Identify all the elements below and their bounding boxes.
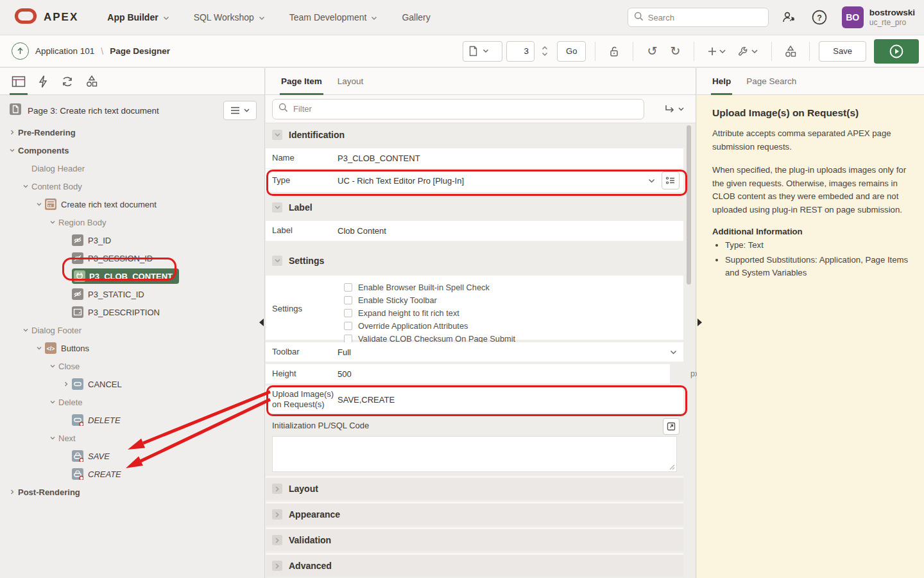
lock-button[interactable] — [604, 42, 624, 61]
tree-item-post-rendering[interactable]: Post-Rendering — [0, 483, 264, 501]
tree-menu-button[interactable] — [223, 101, 257, 120]
section-label[interactable]: Label — [266, 197, 683, 218]
admin-tools-button[interactable] — [778, 6, 800, 28]
breadcrumb-application[interactable]: Application 101 — [35, 46, 94, 56]
tree-item-p3-id[interactable]: P3_ID — [0, 231, 264, 249]
name-input[interactable] — [338, 148, 683, 168]
section-appearance[interactable]: Appearance — [266, 502, 683, 525]
section-validation[interactable]: Validation — [266, 527, 683, 551]
page-select-button[interactable] — [463, 41, 502, 62]
chevron-right-icon[interactable] — [272, 484, 282, 494]
label-input[interactable] — [338, 221, 683, 241]
checkbox-unchecked-icon[interactable] — [344, 283, 352, 292]
tree-item-content-body[interactable]: Content Body — [0, 177, 264, 195]
tree-item-region-body[interactable]: Region Body — [0, 213, 264, 231]
tree-item-dialog-footer[interactable]: Dialog Footer — [0, 321, 264, 339]
utilities-menu-button[interactable] — [734, 42, 762, 61]
chevron-down-icon[interactable] — [33, 201, 45, 207]
checkbox-enable-browser-built-in-spell-check[interactable]: Enable Browser Built-in Spell Check — [344, 281, 515, 293]
code-editor-button[interactable] — [663, 418, 680, 435]
tab-processing[interactable] — [55, 68, 80, 94]
tab-rendering[interactable] — [6, 68, 31, 94]
checkbox-unchecked-icon[interactable] — [344, 296, 352, 304]
global-search[interactable] — [628, 8, 769, 27]
checkbox-unchecked-icon[interactable] — [344, 309, 352, 317]
chevron-right-icon[interactable] — [6, 129, 18, 136]
chevron-down-icon[interactable] — [6, 147, 18, 153]
chevron-down-icon[interactable] — [272, 256, 282, 266]
init-plsql-textarea[interactable] — [272, 436, 677, 472]
section-settings[interactable]: Settings — [266, 250, 683, 272]
vertical-scrollbar[interactable] — [687, 125, 691, 285]
tree-item-delete[interactable]: Delete — [0, 393, 264, 411]
shared-components-button[interactable] — [781, 42, 800, 61]
toolbar-select[interactable]: Full — [338, 342, 683, 362]
chevron-right-icon[interactable] — [272, 509, 282, 520]
app-home-button[interactable] — [12, 42, 29, 60]
brand[interactable]: APEX — [0, 8, 95, 27]
tree-item-p3-session-id[interactable]: P3_SESSION_ID — [0, 249, 264, 267]
tab-dynamic-actions[interactable] — [31, 68, 55, 94]
redo-button[interactable]: ↻ — [665, 42, 685, 61]
goto-group-button[interactable] — [664, 104, 689, 114]
chevron-down-icon[interactable] — [47, 435, 58, 441]
tree-item-pre-rendering[interactable]: Pre-Rendering — [0, 123, 264, 141]
checkbox-override-application-attributes[interactable]: Override Application Attributes — [344, 319, 515, 332]
chevron-down-icon[interactable] — [272, 202, 282, 213]
tree-item-delete[interactable]: DELETE — [0, 411, 264, 429]
avatar[interactable]: BO — [842, 6, 864, 28]
tree-item-buttons[interactable]: </>Buttons — [0, 339, 264, 357]
chevron-right-icon[interactable] — [6, 489, 18, 495]
tree-item-dialog-header[interactable]: Dialog Header — [0, 159, 264, 177]
checkbox-unchecked-icon[interactable] — [344, 335, 352, 343]
upload-images-input[interactable] — [338, 386, 683, 413]
section-advanced[interactable]: Advanced — [266, 553, 683, 577]
checkbox-expand-height-to-fit-rich-text[interactable]: Expand height to fit rich text — [344, 306, 515, 319]
tree-item-p3-static-id[interactable]: P3_STATIC_ID — [0, 285, 264, 303]
page-number-field[interactable] — [506, 41, 535, 62]
chevron-right-icon[interactable] — [60, 381, 72, 387]
tab-page-item[interactable]: Page Item — [273, 68, 330, 94]
tree-item-cancel[interactable]: CANCEL — [0, 375, 264, 393]
chevron-right-icon[interactable] — [272, 561, 282, 571]
splitter-collapse-left[interactable] — [259, 319, 264, 326]
tab-page-shared-components[interactable] — [80, 68, 104, 94]
chevron-down-icon[interactable] — [20, 327, 31, 333]
tab-help[interactable]: Help — [705, 68, 739, 94]
chevron-down-icon[interactable] — [47, 219, 58, 225]
chevron-right-icon[interactable] — [272, 535, 282, 545]
nav-item-sql-workshop[interactable]: SQL Workshop — [182, 0, 277, 35]
chevron-down-icon[interactable] — [47, 399, 58, 405]
tree-item-close[interactable]: Close — [0, 357, 264, 375]
nav-item-team-development[interactable]: Team Development — [277, 0, 390, 35]
tree-item-create[interactable]: CREATE — [0, 465, 264, 483]
tree-item-p3-clob-content[interactable]: P3_CLOB_CONTENT — [0, 267, 264, 285]
section-identification[interactable]: Identification — [266, 124, 683, 146]
create-menu-button[interactable] — [703, 42, 730, 61]
chevron-down-icon[interactable] — [20, 183, 31, 189]
nav-item-app-builder[interactable]: App Builder — [95, 0, 181, 35]
chevron-down-icon[interactable] — [272, 130, 282, 140]
property-filter[interactable] — [272, 99, 644, 119]
checkbox-enable-sticky-toolbar[interactable]: Enable Sticky Toolbar — [344, 293, 515, 306]
tree-item-save[interactable]: SAVE — [0, 447, 264, 465]
tree-item-create-rich-text-document[interactable]: Create rich text document — [0, 195, 264, 213]
undo-button[interactable]: ↺ — [642, 42, 662, 61]
go-button[interactable]: Go — [557, 41, 586, 62]
component-list-button[interactable] — [662, 171, 680, 189]
chevron-down-icon[interactable] — [47, 363, 58, 369]
page-spinner[interactable] — [542, 46, 548, 56]
section-layout[interactable]: Layout — [266, 476, 683, 500]
tab-layout[interactable]: Layout — [330, 68, 372, 94]
search-input[interactable] — [648, 13, 762, 22]
page-number-input[interactable] — [507, 46, 534, 56]
tree-item-next[interactable]: Next — [0, 429, 264, 447]
height-input[interactable] — [338, 364, 670, 383]
save-button[interactable]: Save — [819, 41, 866, 62]
type-select[interactable]: UC - Rich Text Editor Pro [Plug-In] — [338, 169, 655, 192]
tree-item-p3-description[interactable]: P3_DESCRIPTION — [0, 303, 264, 321]
tab-page-search[interactable]: Page Search — [739, 68, 804, 94]
chevron-down-icon[interactable] — [33, 345, 45, 351]
help-button[interactable]: ? — [809, 6, 830, 28]
splitter-collapse-right[interactable] — [697, 319, 702, 326]
